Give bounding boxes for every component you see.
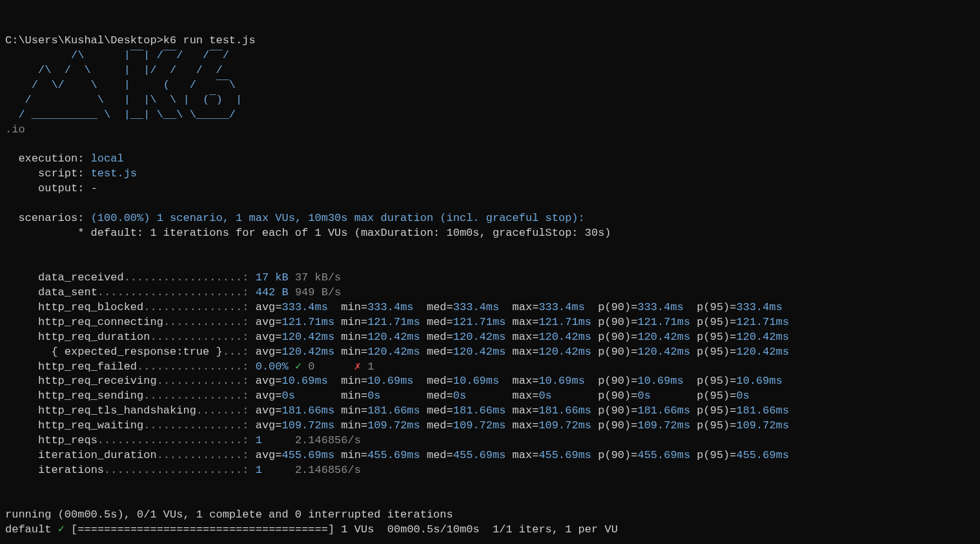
metric-row: data_received..................: 17 kB 3…: [5, 271, 341, 284]
metric-row: data_sent......................: 442 B 9…: [5, 286, 341, 298]
terminal-output: C:\Users\Kushal\Desktop>k6 run test.js /…: [0, 30, 980, 541]
progress-line: default ✓ [=============================…: [5, 523, 618, 536]
logo-io-suffix: .io: [5, 123, 25, 136]
metric-row: http_req_sending...............: avg=0s …: [5, 390, 750, 402]
prompt-line: C:\Users\Kushal\Desktop>k6 run test.js: [5, 34, 256, 47]
metric-row: http_req_waiting...............: avg=109…: [5, 419, 789, 432]
scenario-detail: * default: 1 iterations for each of 1 VU…: [5, 227, 611, 239]
metric-row: http_reqs......................: 1 2.146…: [5, 434, 361, 446]
running-line: running (00m00.5s), 0/1 VUs, 1 complete …: [5, 508, 453, 521]
header-execution: execution: local: [5, 152, 124, 165]
metric-row: http_req_failed................: 0.00% ✓…: [5, 361, 374, 373]
metric-row: iteration_duration.............: avg=455…: [5, 449, 789, 461]
metric-row: iterations.....................: 1 2.146…: [5, 464, 361, 476]
scenarios-line: scenarios: (100.00%) 1 scenario, 1 max V…: [5, 212, 585, 224]
header-output: output: -: [5, 182, 97, 194]
metric-row: http_req_duration..............: avg=120…: [5, 331, 789, 343]
header-script: script: test.js: [5, 167, 137, 180]
metric-row: http_req_blocked...............: avg=333…: [5, 301, 782, 313]
metric-row: http_req_tls_handshaking.......: avg=181…: [5, 404, 789, 417]
metric-row: { expected_response:true }...: avg=120.4…: [5, 346, 789, 358]
ascii-logo: /\ |‾‾| /‾‾/ /‾‾/ /\ / \ | |/ / / / / \/…: [5, 49, 242, 121]
metric-row: http_req_receiving.............: avg=10.…: [5, 375, 782, 387]
metric-row: http_req_connecting............: avg=121…: [5, 316, 789, 328]
